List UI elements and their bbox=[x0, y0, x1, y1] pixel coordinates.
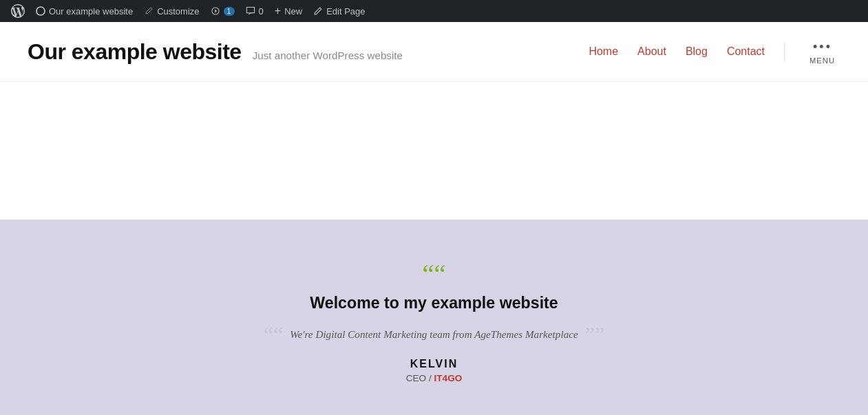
testimonial-text: We're Digital Content Marketing team fro… bbox=[290, 328, 578, 341]
new-button[interactable]: + New bbox=[269, 0, 308, 22]
site-branding: Our example website Just another WordPre… bbox=[28, 39, 403, 65]
nav-link-contact[interactable]: Contact bbox=[727, 45, 765, 58]
new-icon: + bbox=[275, 5, 281, 17]
quote-open-icon: ““ bbox=[264, 323, 283, 345]
role-prefix: CEO / bbox=[406, 373, 434, 383]
site-tagline: Just another WordPress website bbox=[253, 50, 403, 61]
testimonial-section: ““ Welcome to my example website ““ We'r… bbox=[0, 220, 868, 415]
menu-label: Menu bbox=[809, 56, 835, 65]
hero-section bbox=[0, 82, 868, 220]
site-header: Our example website Just another WordPre… bbox=[0, 22, 868, 82]
testimonial-quote-wrapper: ““ We're Digital Content Marketing team … bbox=[264, 323, 604, 345]
nav-link-about[interactable]: About bbox=[637, 45, 666, 58]
testimonial-title: Welcome to my example website bbox=[310, 294, 558, 312]
menu-dots-icon: ••• bbox=[813, 39, 832, 55]
quote-close-icon: ”” bbox=[585, 323, 604, 345]
new-label: New bbox=[284, 6, 302, 17]
testimonial-role: CEO / IT4GO bbox=[406, 373, 463, 383]
wp-logo-button[interactable] bbox=[6, 0, 30, 22]
admin-bar: Our example website Customize 1 0 + New … bbox=[0, 0, 868, 22]
nav-divider bbox=[784, 42, 785, 61]
customize-label: Customize bbox=[157, 6, 199, 17]
nav-links: Home About Blog Contact bbox=[589, 45, 765, 58]
site-title[interactable]: Our example website bbox=[28, 39, 242, 65]
comments-button[interactable]: 0 bbox=[240, 0, 269, 22]
comments-count: 0 bbox=[259, 6, 264, 17]
site-name-button[interactable]: Our example website bbox=[30, 0, 138, 22]
nav-link-blog[interactable]: Blog bbox=[686, 45, 708, 58]
quote-icon-top: ““ bbox=[422, 261, 445, 287]
site-navigation: Home About Blog Contact ••• Menu bbox=[589, 36, 840, 67]
edit-page-label: Edit Page bbox=[326, 6, 365, 17]
customize-button[interactable]: Customize bbox=[138, 0, 204, 22]
testimonial-author: KELVIN bbox=[410, 358, 458, 370]
updates-count: 1 bbox=[224, 7, 235, 16]
updates-button[interactable]: 1 bbox=[205, 0, 240, 22]
role-company: IT4GO bbox=[434, 373, 463, 383]
nav-link-home[interactable]: Home bbox=[589, 45, 618, 58]
admin-site-name: Our example website bbox=[49, 6, 133, 17]
edit-page-button[interactable]: Edit Page bbox=[308, 0, 370, 22]
menu-button[interactable]: ••• Menu bbox=[804, 36, 840, 67]
